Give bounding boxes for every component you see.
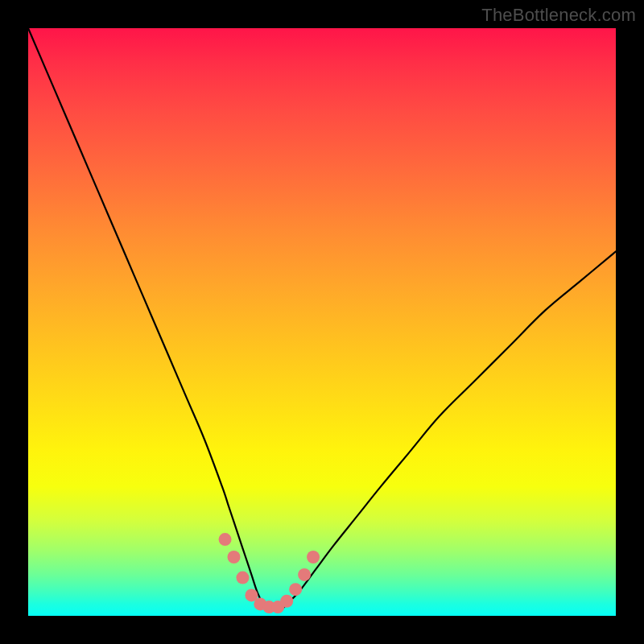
bottleneck-curve [28,28,616,610]
chart-frame: TheBottleneck.com [0,0,644,644]
highlight-markers [219,533,320,613]
watermark-text: TheBottleneck.com [481,5,636,26]
plot-area [28,28,616,616]
highlight-dot [228,551,241,564]
highlight-dot [236,572,249,584]
highlight-dot [307,551,320,564]
highlight-dot [280,595,293,608]
highlight-dot [219,533,232,546]
bottleneck-curve-svg [28,28,616,616]
highlight-dot [289,583,302,596]
highlight-dot [298,568,311,581]
